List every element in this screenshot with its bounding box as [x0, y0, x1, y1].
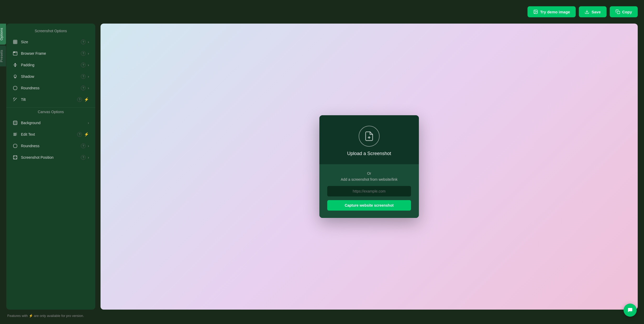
padding-actions: ? ›	[81, 63, 89, 67]
section2-title: Canvas Options	[6, 110, 95, 114]
shadow-label: Shadow	[21, 74, 78, 79]
shadow-chevron-icon[interactable]: ›	[88, 74, 89, 79]
edit-text-actions: ? ⚡	[77, 132, 89, 137]
shadow-icon	[13, 74, 18, 79]
sidebar-item-size[interactable]: Size ? ›	[6, 36, 95, 48]
section1-title: Screenshot Options	[6, 29, 95, 33]
tab-presets[interactable]: Presets	[0, 46, 6, 67]
browser-frame-icon	[13, 51, 18, 56]
tilt-help-icon[interactable]: ?	[77, 97, 82, 102]
screenshot-position-label: Screenshot Position	[21, 155, 78, 160]
shadow-help-icon[interactable]: ?	[81, 74, 86, 79]
padding-help-icon[interactable]: ?	[81, 63, 86, 67]
upload-bottom: Or Add a screenshot from website/link Ca…	[319, 164, 419, 218]
copy-button[interactable]: Copy	[610, 6, 638, 17]
roundness-chevron-icon[interactable]: ›	[88, 86, 89, 90]
save-button[interactable]: Save	[579, 6, 606, 17]
tilt-actions: ? ⚡	[77, 97, 89, 102]
sidebar-item-shadow[interactable]: Shadow ? ›	[6, 71, 95, 82]
roundness-canvas-chevron-icon[interactable]: ›	[88, 144, 89, 148]
upload-card: Upload a Screenshot Or Add a screenshot …	[319, 115, 419, 218]
background-actions: ›	[88, 121, 89, 125]
browser-frame-actions: ? ›	[81, 51, 89, 56]
size-help-icon[interactable]: ?	[81, 40, 86, 44]
save-icon	[585, 9, 589, 14]
upload-or-text: Or Add a screenshot from website/link	[341, 171, 397, 182]
try-demo-label: Try demo image	[540, 10, 570, 14]
try-demo-button[interactable]: Try demo image	[528, 6, 576, 17]
svg-rect-4	[13, 40, 17, 44]
tilt-icon	[13, 97, 18, 102]
sidebar-item-tilt[interactable]: Tilt ? ⚡	[6, 94, 95, 105]
top-bar: Try demo image Save Copy	[6, 6, 638, 17]
chat-bubble[interactable]	[624, 304, 637, 317]
sidebar-item-browser-frame[interactable]: Browser Frame ? ›	[6, 48, 95, 59]
padding-label: Padding	[21, 63, 78, 67]
save-label: Save	[591, 10, 601, 14]
svg-point-7	[14, 52, 14, 52]
size-actions: ? ›	[81, 40, 89, 44]
svg-rect-13	[13, 121, 17, 125]
screenshot-position-help-icon[interactable]: ?	[81, 155, 86, 160]
divider-1	[6, 107, 95, 108]
image-icon	[533, 9, 538, 14]
copy-icon	[615, 9, 620, 14]
edit-text-help-icon[interactable]: ?	[77, 132, 82, 137]
svg-rect-3	[617, 11, 620, 14]
edit-text-pro-icon: ⚡	[84, 132, 89, 137]
size-icon	[13, 39, 18, 45]
sidebar-item-roundness-canvas[interactable]: Roundness ? ›	[6, 140, 95, 152]
url-input[interactable]	[327, 186, 411, 196]
footer-bolt-icon: ⚡	[29, 314, 34, 318]
background-chevron-icon[interactable]: ›	[88, 121, 89, 125]
footer-note: Features with ⚡ are only available for p…	[6, 314, 638, 318]
browser-frame-chevron-icon[interactable]: ›	[88, 51, 89, 56]
roundness-icon	[13, 85, 18, 91]
sidebar: Screenshot Options Size ? › Browser Fram…	[6, 24, 95, 310]
background-label: Background	[21, 121, 85, 125]
upload-icon-circle	[359, 126, 380, 147]
roundness-help-icon[interactable]: ?	[81, 86, 86, 90]
upload-title: Upload a Screenshot	[347, 151, 391, 156]
sidebar-item-edit-text[interactable]: Edit Text ? ⚡	[6, 129, 95, 140]
screenshot-position-actions: ? ›	[81, 155, 89, 160]
main-layout: Options Presets Screenshot Options Size …	[6, 24, 638, 310]
upload-top: Upload a Screenshot	[319, 115, 419, 164]
size-label: Size	[21, 40, 78, 44]
svg-point-11	[14, 75, 16, 77]
shadow-actions: ? ›	[81, 74, 89, 79]
screenshot-position-icon	[13, 155, 18, 160]
copy-label: Copy	[622, 10, 632, 14]
svg-rect-14	[13, 121, 17, 125]
size-chevron-icon[interactable]: ›	[88, 40, 89, 44]
sidebar-item-background[interactable]: Background ›	[6, 117, 95, 129]
edit-text-icon	[13, 132, 18, 137]
padding-chevron-icon[interactable]: ›	[88, 63, 89, 67]
upload-file-icon	[364, 131, 374, 141]
canvas-area: Upload a Screenshot Or Add a screenshot …	[101, 24, 638, 310]
background-icon	[13, 120, 18, 125]
tilt-pro-icon: ⚡	[84, 97, 89, 102]
roundness-canvas-label: Roundness	[21, 144, 78, 148]
roundness-actions: ? ›	[81, 86, 89, 90]
svg-point-1	[535, 11, 535, 11]
chat-icon	[627, 307, 633, 313]
tilt-label: Tilt	[21, 97, 74, 102]
roundness-canvas-icon	[13, 143, 18, 149]
sidebar-item-screenshot-position[interactable]: Screenshot Position ? ›	[6, 152, 95, 163]
sidebar-item-padding[interactable]: Padding ? ›	[6, 59, 95, 71]
padding-icon	[13, 62, 18, 68]
svg-rect-19	[13, 144, 17, 148]
sidebar-item-roundness[interactable]: Roundness ? ›	[6, 82, 95, 94]
roundness-canvas-help-icon[interactable]: ?	[81, 144, 86, 148]
svg-rect-12	[13, 86, 17, 90]
browser-frame-label: Browser Frame	[21, 51, 78, 56]
tab-options[interactable]: Options	[0, 24, 6, 45]
svg-point-8	[14, 52, 15, 52]
screenshot-position-chevron-icon[interactable]: ›	[88, 155, 89, 160]
roundness-label: Roundness	[21, 86, 78, 90]
browser-frame-help-icon[interactable]: ?	[81, 51, 86, 56]
capture-button[interactable]: Capture website screenshot	[327, 200, 411, 211]
edit-text-label: Edit Text	[21, 132, 74, 136]
side-tabs: Options Presets	[0, 24, 6, 67]
